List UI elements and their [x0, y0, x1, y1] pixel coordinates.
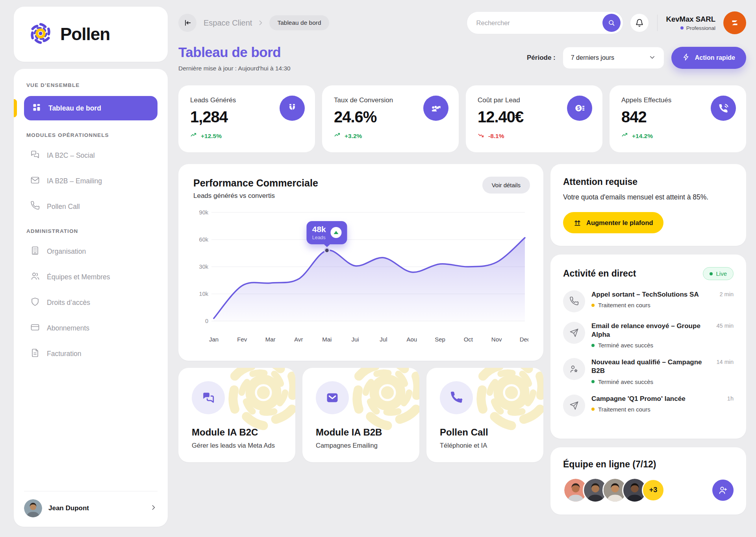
sidebar-item-ia-b2c-social[interactable]: IA B2C – Social [24, 146, 158, 165]
team-avatars [563, 478, 642, 503]
chart-title: Performance Commerciale [193, 177, 528, 189]
group-growth-icon [423, 96, 448, 121]
search-input[interactable] [476, 19, 602, 27]
credit-card-icon [30, 323, 40, 334]
activity-item: Appel sortant – TechSolutions SATraiteme… [563, 290, 734, 312]
trend-down-icon [478, 131, 485, 140]
activity-card: Activité en direct Live Appel sortant – … [550, 255, 746, 438]
sidebar: Pollen VUE D’ENSEMBLETableau de bordMODU… [14, 7, 168, 527]
kpi-delta: -8.1% [478, 131, 591, 140]
quick-action-button[interactable]: Action rapide [671, 47, 746, 69]
svg-text:Fev: Fev [237, 336, 247, 343]
search-button[interactable] [602, 14, 621, 32]
module-subtitle: Gérer les leads via Meta Ads [192, 442, 282, 449]
sidebar-item-facturation[interactable]: Facturation [24, 344, 158, 364]
sidebar-item-ia-b2b-emailing[interactable]: IA B2B – Emailing [24, 172, 158, 191]
modules-row: Module IA B2CGérer les leads via Meta Ad… [178, 368, 543, 462]
sidebar-item-label: Abonnements [47, 324, 89, 332]
add-member-button[interactable] [712, 480, 734, 501]
svg-text:Jan: Jan [209, 336, 219, 343]
svg-text:Dec: Dec [520, 336, 528, 343]
sidebar-item-label: IA B2C – Social [47, 151, 95, 160]
kpi-card-leads-g-n-r-s: Leads Générés1,284+12.5% [178, 85, 315, 152]
sidebar-item-pollen-call[interactable]: Pollen Call [24, 197, 158, 216]
sidebar-item-label: Tableau de bord [48, 104, 101, 113]
sidebar-item-abonnements[interactable]: Abonnements [24, 319, 158, 338]
sidebar-item-organisation[interactable]: Organisation [24, 242, 158, 261]
coin-icon: $ [567, 96, 592, 121]
kpi-card-appels-effectu-s: Appels Effectués842+14.2% [610, 85, 746, 152]
activity-item-time: 45 min [716, 323, 734, 349]
search-bar[interactable] [467, 11, 623, 34]
activity-list: Appel sortant – TechSolutions SATraiteme… [563, 290, 734, 416]
raise-limit-button[interactable]: Augmenter le plafond [563, 212, 663, 233]
svg-text:10k: 10k [199, 291, 209, 297]
back-button[interactable] [178, 14, 196, 32]
sidebar-item-droits-d-acc-s[interactable]: Droits d’accès [24, 293, 158, 312]
alert-message: Votre quota d'emails mensuel est atteint… [563, 192, 732, 203]
sidebar-item--quipes-et-membres[interactable]: Équipes et Membres [24, 268, 158, 287]
org-avatar[interactable] [723, 11, 746, 34]
activity-item-time: 1h [727, 395, 734, 417]
kpi-delta: +12.5% [190, 131, 303, 140]
notifications-button[interactable] [630, 14, 649, 32]
chart-subtitle: Leads générés vs convertis [193, 192, 528, 200]
alert-card: Attention requise Votre quota d'emails m… [550, 164, 746, 246]
sidebar-nav: VUE D’ENSEMBLETableau de bordMODULES OPÉ… [14, 69, 168, 527]
period-label: Période : [527, 54, 556, 62]
last-updated: Dernière mise à jour : Aujourd'hui à 14:… [178, 65, 291, 72]
activity-item-time: 2 min [720, 291, 734, 312]
divider [657, 15, 658, 31]
breadcrumb-root[interactable]: Espace Client [204, 18, 252, 28]
mail-icon [30, 175, 40, 187]
live-dot [710, 272, 713, 275]
module-subtitle: Téléphonie et IA [440, 442, 530, 449]
building-icon [30, 246, 40, 257]
trend-up-icon [621, 131, 629, 140]
nav-section-label: MODULES OPÉRATIONNELS [26, 132, 155, 138]
sidebar-item-label: Facturation [47, 350, 82, 358]
sidebar-item-label: Droits d’accès [47, 299, 90, 307]
brand-name: Pollen [60, 24, 110, 44]
module-card-module-ia-b2c[interactable]: Module IA B2CGérer les leads via Meta Ad… [178, 368, 295, 462]
period-select[interactable]: 7 derniers jours [563, 47, 664, 69]
trend-up-icon [331, 227, 342, 238]
breadcrumb-current[interactable]: Tableau de bord [269, 15, 329, 30]
period-value: 7 derniers jours [571, 54, 614, 61]
svg-text:Oct: Oct [464, 336, 473, 343]
svg-text:Mar: Mar [265, 336, 276, 343]
company-name: KevMax SARL [666, 15, 715, 24]
sidebar-item-label: IA B2B – Emailing [47, 177, 102, 185]
main: Espace Client Tableau de bord KevMax SAR… [178, 7, 746, 515]
activity-item-title: Nouveau lead qualifié – Campagne B2B [591, 358, 710, 375]
chart-area: 90k60k30k10k0JanFevMarAvrMaiJuiJulAouSep… [193, 206, 528, 348]
grid-icon [32, 103, 41, 114]
svg-text:Jui: Jui [351, 336, 359, 343]
details-button[interactable]: Voir détails [482, 177, 530, 194]
sidebar-user-row[interactable]: Jean Dupont [24, 491, 158, 517]
svg-text:30k: 30k [199, 264, 209, 270]
module-title: Module IA B2C [192, 427, 282, 438]
activity-title: Activité en direct [563, 268, 636, 279]
nav-section-label: VUE D’ENSEMBLE [26, 82, 155, 88]
account-info[interactable]: KevMax SARL Professional [666, 15, 715, 31]
module-card-module-ia-b2b[interactable]: Module IA B2BCampagnes Emailing [302, 368, 419, 462]
phone-icon [563, 290, 585, 312]
module-card-pollen-call[interactable]: Pollen CallTéléphonie et IA [426, 368, 543, 462]
page-title: Tableau de bord [178, 44, 291, 60]
chart-tooltip: 48k Leads [307, 221, 347, 244]
svg-text:Jul: Jul [380, 336, 387, 343]
performance-chart-svg[interactable]: 90k60k30k10k0JanFevMarAvrMaiJuiJulAouSep… [193, 206, 528, 346]
send-icon [563, 395, 585, 417]
svg-text:Aou: Aou [406, 336, 417, 343]
plan-label: Professional [686, 25, 715, 31]
more-members-badge[interactable]: +3 [642, 479, 665, 502]
phone-icon [440, 381, 473, 414]
activity-item-time: 14 min [716, 359, 734, 385]
module-title: Pollen Call [440, 427, 530, 438]
status-dot [591, 380, 595, 383]
plan-dot [680, 26, 684, 30]
sidebar-item-tableau-de-bord[interactable]: Tableau de bord [24, 96, 158, 120]
user-avatar [24, 499, 42, 517]
svg-text:Avr: Avr [294, 336, 303, 343]
